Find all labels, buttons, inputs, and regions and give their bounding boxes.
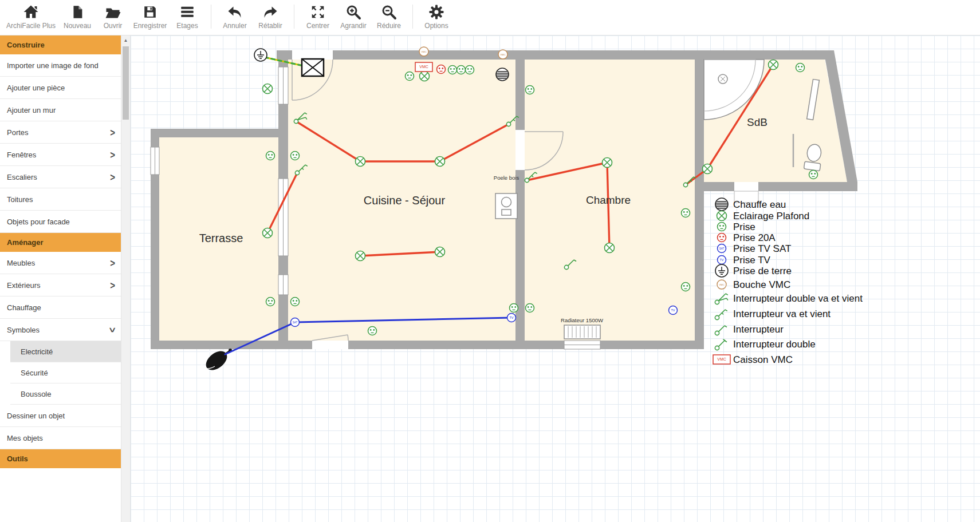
section-header-outils[interactable]: Outils	[0, 449, 121, 468]
prise-symbol[interactable]	[809, 171, 818, 179]
sidebar-item-toitures[interactable]: Toitures	[0, 188, 121, 211]
legend: Chauffe eau Eclairage Plafond Prise Pris…	[713, 198, 863, 365]
sidebar-item-mes-objets[interactable]: Mes objets	[0, 427, 121, 449]
wall-sdb-bottom[interactable]	[695, 182, 857, 191]
plan-canvas[interactable]: TV SAT VMC	[131, 35, 980, 522]
prise-tv-sat-symbol[interactable]	[291, 318, 300, 327]
tool-etages[interactable]: Etages	[170, 0, 205, 30]
annotation-poele-bois[interactable]: Poele bois	[494, 175, 519, 181]
prise-symbol[interactable]	[368, 327, 377, 335]
prise-symbol[interactable]	[406, 72, 414, 81]
wall-bottom[interactable]	[151, 341, 704, 349]
scrollbar-thumb[interactable]	[123, 46, 129, 120]
room-label-sdb[interactable]: SdB	[747, 116, 768, 128]
sidebar-item-importer-image[interactable]: Importer une image de fond	[0, 54, 121, 77]
prise-symbol[interactable]	[291, 152, 300, 160]
legend-label: Interrupteur va et vient	[733, 309, 831, 319]
sidebar-item-chauffage[interactable]: Chauffage	[0, 296, 121, 319]
sidebar-item-dessiner-objet[interactable]: Dessiner un objet	[0, 405, 121, 427]
eclairage-plafond-symbol[interactable]	[420, 72, 430, 81]
prise-tv-icon	[718, 256, 726, 264]
sidebar-item-symboles[interactable]: Symboles>	[0, 319, 121, 341]
chauffe-eau-symbol[interactable]	[496, 68, 509, 81]
window[interactable]	[278, 275, 288, 295]
tool-agrandir[interactable]: Agrandir	[336, 0, 371, 30]
bouche-vmc-symbol[interactable]	[419, 47, 428, 56]
prise-symbol[interactable]	[266, 298, 275, 306]
tool-archifacile-home[interactable]: ArchiFacile Plus	[2, 0, 60, 30]
scroll-up-arrow-icon[interactable]: ▲	[121, 35, 130, 45]
wall-terrasse-top[interactable]	[151, 129, 288, 137]
eclairage-plafond-symbol[interactable]	[263, 84, 273, 94]
prise-symbol[interactable]	[466, 66, 474, 74]
tool-enregistrer[interactable]: Enregistrer	[131, 0, 170, 30]
sidebar-subitem-boussole[interactable]: Boussole	[10, 383, 121, 405]
prise-symbol[interactable]	[291, 298, 300, 306]
eclairage-plafond-symbol[interactable]	[703, 164, 713, 174]
tool-label: Annuler	[223, 22, 246, 30]
sidebar-item-ajouter-piece[interactable]: Ajouter une pièce	[0, 77, 121, 99]
prise-symbol[interactable]	[682, 283, 690, 291]
tool-options[interactable]: Options	[419, 0, 454, 30]
prise-de-terre-symbol[interactable]	[254, 49, 267, 61]
eclairage-plafond-symbol[interactable]	[356, 157, 365, 167]
sidebar-item-escaliers[interactable]: Escaliers>	[0, 166, 121, 188]
room-label-cuisine[interactable]: Cuisine - Séjour	[364, 194, 446, 207]
sidebar-item-fenetres[interactable]: Fenêtres>	[0, 144, 121, 166]
sidebar-subitem-electricite[interactable]: Electricité	[10, 341, 121, 362]
eclairage-plafond-symbol[interactable]	[356, 251, 365, 261]
radiator[interactable]	[564, 325, 600, 339]
prise-symbol[interactable]	[526, 304, 534, 313]
satellite-dish[interactable]	[202, 347, 232, 374]
sidebar-item-objets-facade[interactable]: Objets pour facade	[0, 211, 121, 233]
room-label-terrasse[interactable]: Terrasse	[199, 232, 243, 244]
prise-symbol[interactable]	[682, 209, 690, 217]
prise-tv-sat-icon	[718, 244, 726, 253]
bouche-vmc-symbol[interactable]	[498, 50, 507, 59]
caisson-vmc-symbol[interactable]	[415, 62, 432, 72]
eclairage-plafond-symbol[interactable]	[603, 158, 612, 168]
eclairage-plafond-symbol[interactable]	[605, 243, 615, 253]
floor-plan[interactable]: TV SAT VMC	[131, 35, 980, 522]
toolbar-divider	[294, 5, 294, 29]
tool-reduire[interactable]: Réduire	[371, 0, 407, 30]
annotation-radiateur[interactable]: Radiateur 1500W	[561, 317, 603, 323]
room-label-chambre[interactable]: Chambre	[586, 194, 631, 206]
wall-chambre-right[interactable]	[695, 182, 704, 349]
prise-tv-symbol[interactable]	[669, 306, 678, 315]
eclairage-plafond-symbol[interactable]	[263, 228, 273, 238]
sidebar-item-exterieurs[interactable]: Extérieurs>	[0, 274, 121, 296]
eclairage-plafond-symbol[interactable]	[769, 60, 778, 70]
section-header-amenager[interactable]: Aménager	[0, 233, 121, 252]
wall-chambre-sdb[interactable]	[695, 60, 704, 182]
tool-annuler[interactable]: Annuler	[217, 0, 253, 30]
prise-tv-symbol[interactable]	[507, 314, 516, 322]
tool-centrer[interactable]: Centrer	[300, 0, 336, 30]
sidebar-item-meubles[interactable]: Meubles>	[0, 252, 121, 274]
tool-retablir[interactable]: Rétablir	[253, 0, 288, 30]
eclairage-plafond-symbol[interactable]	[435, 157, 445, 167]
window[interactable]	[564, 341, 600, 349]
sidebar-subitem-securite[interactable]: Sécurité	[10, 362, 121, 383]
prise-symbol[interactable]	[457, 66, 466, 74]
wall-top[interactable]	[277, 50, 825, 60]
prise-symbol[interactable]	[510, 304, 518, 313]
wood-stove[interactable]	[495, 193, 517, 219]
prise-20a-symbol[interactable]	[437, 65, 446, 74]
window[interactable]	[278, 67, 288, 104]
item-label: Mes objets	[7, 427, 43, 449]
sidebar-item-portes[interactable]: Portes>	[0, 121, 121, 144]
section-header-construire[interactable]: Construire	[0, 35, 121, 54]
electrical-panel[interactable]	[302, 59, 324, 76]
sidebar-item-ajouter-mur[interactable]: Ajouter un mur	[0, 99, 121, 121]
window-bay[interactable]	[278, 179, 288, 256]
sidebar-scrollbar[interactable]: ▲	[121, 35, 131, 522]
tool-nouveau[interactable]: Nouveau	[60, 0, 95, 30]
prise-symbol[interactable]	[526, 86, 534, 94]
tool-ouvrir[interactable]: Ouvrir	[95, 0, 131, 30]
prise-symbol[interactable]	[448, 66, 457, 74]
prise-symbol[interactable]	[796, 64, 805, 72]
window[interactable]	[151, 147, 159, 175]
prise-symbol[interactable]	[266, 152, 275, 160]
eclairage-plafond-symbol[interactable]	[435, 247, 445, 257]
